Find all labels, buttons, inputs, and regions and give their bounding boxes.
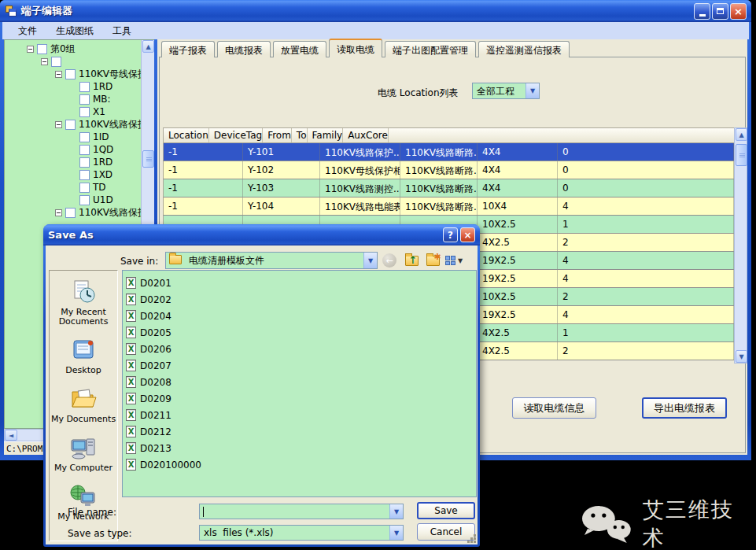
dialog-resize-grip[interactable] (467, 533, 476, 543)
tree-checkbox[interactable] (65, 120, 76, 130)
scroll-left-icon[interactable]: ◄ (5, 430, 17, 441)
cell-location: -1 (164, 179, 243, 197)
tree-checkbox[interactable] (65, 208, 76, 218)
tree-item[interactable]: 1RD (5, 156, 140, 168)
tree-item-label: U1D (93, 194, 113, 205)
file-item[interactable]: X D0209 (126, 390, 476, 407)
tree-item[interactable] (5, 55, 140, 68)
tree-checkbox[interactable] (79, 195, 90, 205)
tree-item[interactable]: 110KV线路保护 (5, 206, 140, 219)
tree-checkbox[interactable] (79, 107, 90, 117)
up-one-level-icon[interactable]: ↑ (404, 253, 419, 268)
tree-checkbox[interactable] (37, 44, 47, 54)
table-scroll-thumb[interactable] (736, 144, 747, 166)
tab[interactable]: 遥控遥测遥信报表 (478, 41, 570, 57)
minimize-button[interactable] (694, 3, 710, 20)
tree-item[interactable]: 1ID (5, 131, 140, 143)
menu-item[interactable]: 工具 (103, 24, 141, 38)
tree-checkbox[interactable] (79, 132, 90, 142)
table-row[interactable]: -1 Y-104 110KV线路电能表 110KV线路断路... 10X4 4 (163, 197, 734, 216)
table-column-header[interactable]: Family (308, 128, 344, 142)
view-menu-icon[interactable]: ▼ (444, 253, 464, 268)
tree-checkbox[interactable] (79, 157, 90, 168)
save-in-combobox[interactable]: 电缆清册模板文件 ▼ (165, 252, 378, 269)
scroll-up-icon[interactable]: ▲ (736, 128, 747, 141)
table-column-header[interactable]: DeviceTag (209, 128, 263, 142)
new-folder-icon[interactable]: ✱ (425, 253, 441, 268)
tree-checkbox[interactable] (79, 183, 90, 193)
tree-checkbox[interactable] (79, 82, 90, 92)
tree-item[interactable]: MB: (5, 93, 140, 105)
file-item[interactable]: X D0207 (126, 357, 476, 374)
tree-checkbox[interactable] (79, 145, 90, 155)
scroll-down-icon[interactable]: ▼ (736, 350, 747, 363)
table-column-header[interactable]: AuxCore (343, 128, 389, 142)
chevron-down-icon[interactable]: ▼ (363, 253, 377, 268)
tab[interactable]: 放置电缆 (273, 41, 326, 57)
file-item[interactable]: X D0201 (126, 275, 476, 291)
tree-checkbox[interactable] (79, 170, 90, 180)
location-filter-combobox[interactable]: 全部工程 ▼ (472, 83, 540, 99)
back-icon[interactable]: ← (382, 253, 397, 268)
table-column-header[interactable]: Location (164, 128, 209, 142)
table-column-header[interactable]: To (292, 128, 308, 142)
save-as-type-combobox[interactable]: xls files (*.xls) ▼ (199, 525, 404, 541)
menu-item[interactable]: 文件 (9, 24, 46, 38)
place-my-computer[interactable]: My Computer (50, 434, 117, 473)
table-row[interactable]: -1 Y-101 110KV线路保护... 110KV线路断路... 4X4 0 (163, 143, 734, 161)
tree-expander-icon[interactable] (55, 209, 62, 216)
tree-expander-icon[interactable] (55, 71, 62, 78)
dialog-close-icon[interactable]: × (460, 227, 475, 242)
tree-scroll-thumb[interactable] (142, 150, 154, 168)
file-item[interactable]: X D0212 (126, 423, 476, 440)
file-item[interactable]: X D020100000 (126, 456, 476, 473)
file-item[interactable]: X D0206 (126, 341, 476, 357)
place-desktop[interactable]: Desktop (50, 337, 117, 375)
menu-item[interactable]: 生成图纸 (46, 24, 103, 38)
tab[interactable]: 端子报表 (161, 41, 215, 57)
table-column-header[interactable]: From (263, 128, 292, 142)
tree-item[interactable]: 110KV母线保护 (5, 68, 140, 80)
tree-checkbox[interactable] (65, 69, 76, 79)
file-name-input[interactable]: ▼ (199, 504, 404, 519)
file-item[interactable]: X D0204 (126, 308, 476, 324)
tree-expander-icon[interactable] (27, 46, 34, 53)
file-item[interactable]: X D0208 (126, 374, 476, 390)
scroll-up-icon[interactable]: ▲ (142, 40, 154, 53)
tree-expander-icon[interactable] (41, 58, 48, 65)
tree-checkbox[interactable] (51, 57, 61, 67)
tree-expander-icon[interactable] (55, 121, 62, 128)
chevron-down-icon[interactable]: ▼ (526, 83, 539, 98)
tree-item[interactable]: TD (5, 181, 140, 194)
close-button[interactable]: × (730, 3, 747, 20)
table-row[interactable]: -1 Y-102 110KV母线保护柜 110KV线路断路... 4X4 0 (163, 161, 734, 179)
table-row[interactable]: -1 Y-103 110KV线路测控... 110KV线路断路... 4X4 0 (163, 179, 734, 197)
tab[interactable]: 电缆报表 (217, 41, 271, 57)
tab[interactable]: 读取电缆 (329, 39, 382, 57)
cell-to: 110KV线路断路... (400, 197, 478, 215)
tree-item[interactable]: 1QD (5, 143, 140, 156)
read-cable-info-button[interactable]: 读取电缆信息 (512, 397, 596, 419)
tree-item[interactable]: 1RD (5, 80, 140, 93)
chevron-down-icon[interactable]: ▼ (389, 526, 403, 540)
chevron-down-icon[interactable]: ▼ (389, 504, 403, 519)
save-button[interactable]: Save (417, 502, 475, 519)
place-my-documents[interactable]: My Documents (50, 386, 117, 424)
file-item[interactable]: X D0213 (126, 440, 476, 456)
tab[interactable]: 端子出图配置管理 (385, 41, 476, 57)
file-item[interactable]: X D0205 (126, 324, 476, 341)
file-item[interactable]: X D0202 (126, 291, 476, 308)
help-icon[interactable]: ? (443, 227, 458, 242)
tree-item[interactable]: X1 (5, 105, 140, 118)
table-vertical-scrollbar[interactable]: ▲ ▼ (734, 127, 747, 364)
export-cable-report-button[interactable]: 导出电缆报表 (642, 397, 727, 419)
file-item[interactable]: X D0211 (126, 407, 476, 423)
place-recent-documents[interactable]: My Recent Documents (50, 279, 117, 327)
tree-item[interactable]: 第0组 (5, 42, 140, 55)
dialog-body: Save in: 电缆清册模板文件 ▼ ← ↑ ✱ ▼ (46, 245, 478, 544)
tree-checkbox[interactable] (79, 94, 90, 105)
tree-item[interactable]: 110KV线路保护 (5, 118, 140, 131)
tree-item[interactable]: U1D (5, 194, 140, 206)
tree-item[interactable]: 1XD (5, 168, 140, 181)
maximize-button[interactable] (712, 3, 728, 20)
